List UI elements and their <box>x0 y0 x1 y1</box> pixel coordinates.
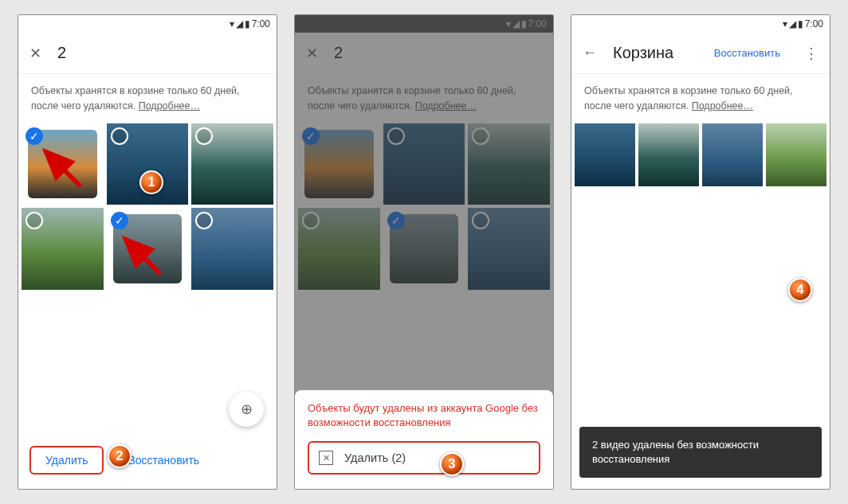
confirm-delete-button[interactable]: ✕ Удалить (2) <box>308 441 540 475</box>
select-circle-icon[interactable] <box>111 127 128 145</box>
trash-retention-info: Объекты хранятся в корзине только 60 дне… <box>295 74 553 123</box>
checkmark-icon[interactable] <box>26 127 43 145</box>
photo-item[interactable] <box>191 208 273 290</box>
photo-item[interactable] <box>766 123 826 187</box>
photo-item[interactable] <box>298 208 380 290</box>
select-circle-icon[interactable] <box>195 127 213 145</box>
signal-icon: ◢ <box>236 18 243 29</box>
photo-item[interactable] <box>383 208 465 290</box>
trash-retention-info: Объекты хранятся в корзине только 60 дне… <box>571 74 830 123</box>
clock: 7:00 <box>528 18 547 29</box>
photo-item[interactable] <box>22 208 104 290</box>
photo-item[interactable] <box>575 123 635 187</box>
trash-x-icon: ✕ <box>319 451 333 465</box>
info-text: Объекты хранятся в корзине только 60 дне… <box>584 85 793 111</box>
step-marker-4: 4 <box>788 278 812 302</box>
restore-button[interactable]: Восстановить <box>128 454 199 467</box>
screen-confirm-delete: ▾ ◢ ▮ 7:00 ✕ 2 Объекты хранятся в корзин… <box>294 14 554 490</box>
delete-button[interactable]: Удалить <box>29 446 104 475</box>
snackbar: 2 видео удалены без возможности восстано… <box>579 427 822 478</box>
wifi-icon: ▾ <box>230 18 234 29</box>
back-arrow-icon[interactable]: ← <box>583 45 597 61</box>
screen-selection: ▾ ◢ ▮ 7:00 ✕ 2 Объекты хранятся в корзин… <box>18 14 277 490</box>
close-icon[interactable]: ✕ <box>29 45 41 62</box>
step-marker-1: 1 <box>139 170 163 194</box>
learn-more-link[interactable]: Подробнее… <box>139 100 200 111</box>
confirm-delete-label: Удалить (2) <box>344 451 406 464</box>
top-bar: ← Корзина Восстановить ⋮ <box>571 33 830 74</box>
zoom-fab[interactable]: ⊕ <box>229 392 264 427</box>
svg-line-1 <box>45 151 80 186</box>
page-title: Корзина <box>613 44 698 62</box>
wifi-icon: ▾ <box>783 18 787 29</box>
photo-item[interactable] <box>191 123 273 205</box>
photo-item[interactable] <box>468 208 550 290</box>
info-text: Объекты хранятся в корзине только 60 дне… <box>31 85 240 111</box>
selection-count: 2 <box>57 44 265 62</box>
restore-button[interactable]: Восстановить <box>714 47 780 59</box>
clock: 7:00 <box>252 18 270 29</box>
svg-line-3 <box>125 239 160 274</box>
status-bar: ▾ ◢ ▮ 7:00 <box>295 15 553 33</box>
photo-grid <box>295 123 553 290</box>
photo-item[interactable] <box>702 123 763 187</box>
top-bar: ✕ 2 <box>18 33 277 74</box>
step-marker-2: 2 <box>108 444 132 468</box>
battery-icon: ▮ <box>521 18 527 29</box>
photo-item[interactable] <box>468 123 550 205</box>
clock: 7:00 <box>805 18 823 29</box>
battery-icon: ▮ <box>798 18 803 29</box>
annotation-arrow <box>39 145 87 193</box>
snackbar-text: 2 видео удалены без возможности восстано… <box>592 439 759 465</box>
photo-item[interactable] <box>638 123 699 187</box>
learn-more-link[interactable]: Подробнее… <box>415 100 477 111</box>
magnifier-plus-icon: ⊕ <box>241 400 253 418</box>
more-menu-icon[interactable]: ⋮ <box>804 45 819 62</box>
step-marker-3: 3 <box>440 452 464 476</box>
checkmark-icon[interactable] <box>387 212 405 229</box>
top-bar: ✕ 2 <box>295 33 553 74</box>
photo-row <box>571 123 830 187</box>
photo-item[interactable] <box>298 123 380 205</box>
select-circle-icon[interactable] <box>26 212 43 229</box>
signal-icon: ◢ <box>512 18 520 29</box>
screen-trash-after: ▾ ◢ ▮ 7:00 ← Корзина Восстановить ⋮ Объе… <box>571 14 830 490</box>
trash-retention-info: Объекты хранятся в корзине только 60 дне… <box>18 74 277 123</box>
checkmark-icon[interactable] <box>111 212 128 229</box>
annotation-arrow <box>119 232 167 280</box>
signal-icon: ◢ <box>789 18 796 29</box>
info-text: Объекты хранятся в корзине только 60 дне… <box>308 85 516 111</box>
status-bar: ▾ ◢ ▮ 7:00 <box>571 15 830 33</box>
select-circle-icon[interactable] <box>472 127 489 145</box>
wifi-icon: ▾ <box>506 18 511 29</box>
status-bar: ▾ ◢ ▮ 7:00 <box>18 15 277 33</box>
learn-more-link[interactable]: Подробнее… <box>692 100 753 111</box>
delete-warning-text: Объекты будут удалены из аккаунта Google… <box>308 401 540 430</box>
photo-item[interactable] <box>383 123 465 205</box>
select-circle-icon[interactable] <box>302 212 320 229</box>
battery-icon: ▮ <box>245 18 250 29</box>
checkmark-icon[interactable] <box>302 127 320 145</box>
bottom-actions: Удалить Восстановить <box>18 432 277 489</box>
selection-count: 2 <box>334 44 542 62</box>
close-icon[interactable]: ✕ <box>306 45 318 62</box>
select-circle-icon[interactable] <box>387 127 405 145</box>
delete-confirm-sheet: Объекты будут удалены из аккаунта Google… <box>295 390 553 489</box>
